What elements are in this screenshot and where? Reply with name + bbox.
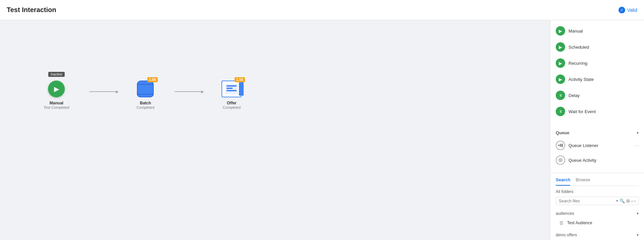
batch-node-label: Batch: [140, 101, 151, 105]
audiences-header[interactable]: audiences ▾: [556, 209, 639, 218]
canvas-area: Inactive ▶ Manual Test Completed 1.5K Ba…: [0, 20, 550, 240]
sidebar-item-manual[interactable]: ▶ Manual: [550, 23, 644, 39]
all-folders-label: All folders: [556, 189, 639, 194]
folder-item-test-audience[interactable]: ☰ Test Audience: [556, 218, 639, 228]
audiences-chevron-icon: ▾: [637, 211, 639, 216]
valid-label: Valid: [627, 7, 637, 13]
sidebar-label-activity-state: Activity State: [568, 77, 594, 82]
page-title: Test Interaction: [7, 6, 56, 14]
sidebar-item-wait-for-event[interactable]: ⏸ Wait for Event: [550, 103, 644, 119]
test-audience-icon: ☰: [558, 220, 564, 226]
header: Test Interaction ✓ Valid: [0, 0, 644, 20]
queue-listener-icon: [556, 141, 565, 150]
sidebar-item-recurring[interactable]: ▶ Recurring: [550, 55, 644, 71]
demo-offers-header[interactable]: demo offers ▾: [556, 231, 639, 239]
sidebar-item-delay[interactable]: ⏸ Delay: [550, 87, 644, 103]
test-audience-label: Test Audience: [567, 221, 592, 225]
tab-search[interactable]: Search: [556, 177, 570, 186]
queue-header[interactable]: Queue ▾: [556, 128, 639, 138]
sidebar-label-delay: Delay: [568, 93, 580, 98]
queue-title: Queue: [556, 130, 569, 135]
arrow-1: [89, 91, 116, 92]
offer-line-1: [227, 85, 237, 87]
folder-group-demo-offers: demo offers ▾ ⚙ Demo Offer ⚙ TTD Offer: [556, 231, 639, 240]
queue-section: Queue ▾ Queue Listener ···: [550, 125, 644, 170]
flow-node-manual: Inactive ▶ Manual Test Completed: [44, 81, 69, 109]
demo-offers-folder-name: demo offers: [556, 233, 577, 237]
queue-activity-icon: [556, 155, 565, 165]
offer-badge: 1.5K: [235, 77, 245, 82]
offer-node-sublabel: Completed: [223, 105, 241, 109]
search-filter-icon[interactable]: ⊞: [626, 198, 630, 203]
db-bottom: [137, 94, 154, 97]
offer-line-3: [227, 90, 237, 91]
flow-node-offer: 1.5K Offer Completed: [221, 81, 242, 109]
manual-node-circle[interactable]: ▶: [48, 81, 65, 97]
valid-badge: ✓ Valid: [618, 7, 637, 13]
folder-group-audiences: audiences ▾ ☰ Test Audience: [556, 209, 639, 228]
delay-icon: ⏸: [556, 91, 565, 100]
valid-icon: ✓: [618, 7, 625, 13]
search-row: ▾ 🔍 ⊞ ‹ ›: [556, 197, 639, 205]
sidebar-label-scheduled: Scheduled: [568, 45, 589, 50]
sidebar-label-manual: Manual: [568, 29, 583, 34]
sidebar-item-activity-state[interactable]: ▶ Activity State: [550, 71, 644, 87]
wait-for-event-icon: ⏸: [556, 107, 565, 116]
search-next-icon[interactable]: ›: [634, 198, 636, 203]
svg-rect-0: [558, 145, 559, 146]
sidebar-item-scheduled[interactable]: ▶ Scheduled: [550, 39, 644, 55]
search-input[interactable]: [559, 199, 615, 203]
recurring-icon: ▶: [556, 58, 565, 68]
search-magnify-icon[interactable]: 🔍: [620, 198, 625, 203]
batch-node-db[interactable]: [136, 81, 154, 97]
offer-node-label: Offer: [227, 101, 237, 105]
search-browse-section: Search Browse All folders ▾ 🔍 ⊞ ‹ › audi…: [550, 173, 644, 240]
manual-node-label: Manual: [50, 101, 63, 105]
sidebar-label-queue-listener: Queue Listener: [568, 143, 598, 148]
inactive-label: Inactive: [48, 72, 64, 77]
sidebar-label-wait-for-event: Wait for Event: [568, 109, 596, 114]
flow-container: Inactive ▶ Manual Test Completed 1.5K Ba…: [44, 81, 242, 109]
db-body: [137, 85, 154, 95]
search-prev-icon[interactable]: ‹: [631, 198, 633, 203]
sidebar-label-recurring: Recurring: [568, 61, 587, 66]
activity-state-icon: ▶: [556, 75, 565, 84]
batch-badge: 1.5K: [147, 77, 158, 82]
search-icons: ▾ 🔍 ⊞ ‹ ›: [616, 198, 636, 203]
svg-rect-1: [560, 144, 561, 147]
sidebar-label-queue-activity: Queue Activity: [568, 158, 596, 163]
sidebar-item-queue-listener[interactable]: Queue Listener ···: [556, 138, 639, 153]
offer-line-2: [227, 88, 233, 89]
arrow-2: [175, 91, 201, 92]
svg-point-4: [560, 159, 561, 161]
right-sidebar: ▶ Manual ▶ Scheduled ▶ Recurring ▶ Activ…: [550, 20, 644, 240]
sidebar-item-queue-activity[interactable]: Queue Activity: [556, 153, 639, 167]
manual-node-sublabel: Test Completed: [44, 105, 69, 109]
manual-icon: ▶: [556, 26, 565, 36]
offer-node[interactable]: [221, 81, 242, 97]
search-dropdown-icon[interactable]: ▾: [616, 199, 618, 203]
batch-node-sublabel: Completed: [137, 105, 154, 109]
queue-listener-dots: ···: [635, 143, 639, 148]
tabs-row: Search Browse: [556, 177, 639, 186]
scheduled-icon: ▶: [556, 42, 565, 52]
offer-inner: [225, 84, 238, 94]
demo-offers-chevron-icon: ▾: [637, 233, 639, 237]
flow-node-batch: 1.5K Batch Completed: [136, 81, 154, 109]
sidebar-top-items: ▶ Manual ▶ Scheduled ▶ Recurring ▶ Activ…: [550, 20, 644, 122]
audiences-folder-name: audiences: [556, 211, 574, 216]
tab-browse[interactable]: Browse: [576, 177, 590, 186]
queue-chevron-icon: ▾: [637, 131, 639, 135]
main-layout: Inactive ▶ Manual Test Completed 1.5K Ba…: [0, 20, 644, 240]
svg-rect-2: [561, 144, 563, 147]
